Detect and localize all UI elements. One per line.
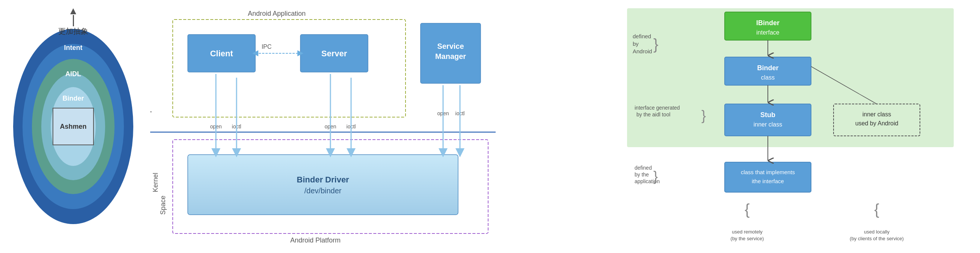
binder-driver-text2: /dev/binder xyxy=(304,186,342,195)
middle-svg: User Space Kernel Space Android Applicat… xyxy=(150,5,496,248)
implements-line2: ithe interface xyxy=(752,178,784,184)
binder-driver-text1: Binder Driver xyxy=(297,175,349,184)
ashmen-label: Ashmen xyxy=(60,123,86,130)
inner-class-line1: inner class xyxy=(862,111,891,118)
defined-by-android-2: by xyxy=(633,41,639,47)
android-platform-text: Android Platform xyxy=(290,237,340,244)
used-remotely-1: used remotely xyxy=(732,229,763,235)
android-app-title: Android Application xyxy=(248,10,305,17)
def-app-2: by the xyxy=(635,172,649,178)
inner-class-line2: used by Android xyxy=(855,120,899,126)
implements-line1: class that implements xyxy=(741,169,795,175)
svg-text:}: } xyxy=(702,108,706,123)
def-app-1: defined xyxy=(635,165,652,171)
svg-text:{: { xyxy=(874,201,879,218)
right-svg: IBinder interface defined by Android } B… xyxy=(507,5,958,248)
svg-text:}: } xyxy=(653,36,658,53)
svg-rect-7 xyxy=(188,154,458,215)
sm-text2: Manager xyxy=(435,52,466,60)
ashmen-box: Ashmen xyxy=(52,108,94,145)
defined-by-android-1: defined xyxy=(633,33,651,40)
arrow-line xyxy=(73,15,74,26)
ibinder-line1: IBinder xyxy=(756,19,780,27)
binder-class-line2: class xyxy=(761,74,775,81)
svg-text:{: { xyxy=(745,201,749,218)
binder-label: Binder xyxy=(62,95,84,102)
svg-rect-20 xyxy=(725,104,811,136)
used-locally-1: used locally xyxy=(864,229,889,235)
client-text: Client xyxy=(210,49,233,58)
intent-label: Intent xyxy=(64,44,83,52)
stub-line1: Stub xyxy=(760,111,775,119)
middle-diagram: User Space Kernel Space Android Applicat… xyxy=(150,5,496,248)
abstraction-text: 更加抽象 xyxy=(58,26,88,37)
arrow-up-icon xyxy=(70,8,76,14)
ipc-label: IPC xyxy=(262,43,272,50)
server-text: Server xyxy=(321,49,347,58)
aidl-label: AIDL xyxy=(65,70,81,78)
defined-by-android-3: Android xyxy=(633,48,652,54)
left-diagram: 更加抽象 Ashmen Intent AIDL Binder xyxy=(8,5,139,248)
binder-class-line1: Binder xyxy=(757,64,778,72)
stub-line2: inner class xyxy=(754,121,782,127)
kernel-space-text2: Space xyxy=(159,196,167,215)
svg-rect-25 xyxy=(725,162,811,192)
main-container: 更加抽象 Ashmen Intent AIDL Binder User Spac… xyxy=(0,0,980,253)
aidl-tool-2: by the aidl tool xyxy=(636,111,670,118)
right-diagram: IBinder interface defined by Android } B… xyxy=(507,5,958,248)
sm-text1: Service xyxy=(437,42,464,50)
used-locally-2: (by clients of the service) xyxy=(850,236,904,241)
circles-wrapper: Ashmen Intent AIDL Binder xyxy=(13,21,133,232)
aidl-tool-1: interface generated xyxy=(635,105,680,111)
used-remotely-2: (by the service) xyxy=(731,236,764,241)
abstraction-label: 更加抽象 xyxy=(58,8,88,37)
user-space-text2: Space xyxy=(150,98,152,117)
kernel-space-text: Kernel xyxy=(152,173,159,192)
svg-text:}: } xyxy=(653,169,658,184)
ibinder-line2: interface xyxy=(756,29,779,36)
